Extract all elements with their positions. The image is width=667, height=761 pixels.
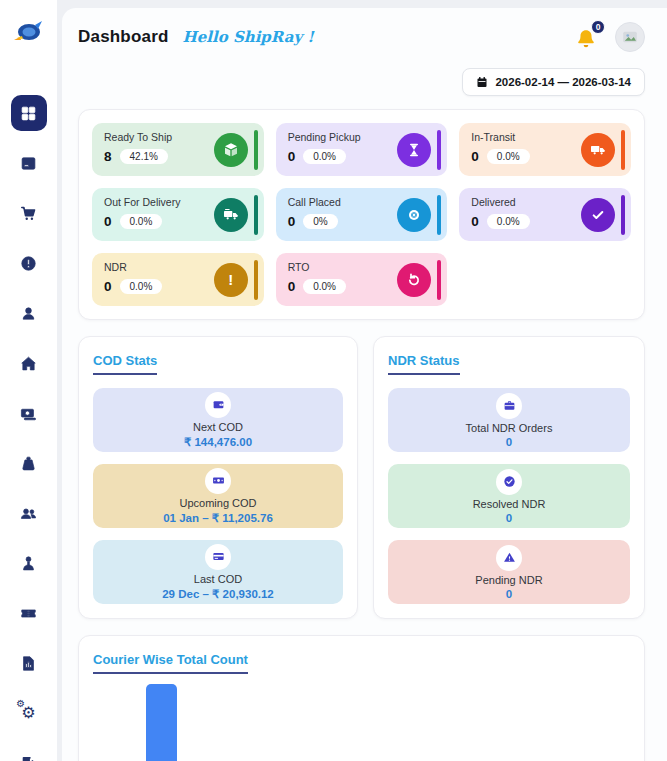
photo-icon (621, 28, 639, 46)
status-card-pending-pickup[interactable]: Pending Pickup 0 0.0% (276, 123, 448, 176)
status-value: 0 (471, 214, 479, 229)
truck-icon (581, 133, 615, 167)
status-value: 0 (104, 279, 112, 294)
accent-bar (621, 195, 625, 235)
accent-bar (437, 260, 441, 300)
pending-ndr-card[interactable]: Pending NDR 0 (388, 540, 630, 604)
user-pin-icon (20, 555, 37, 572)
sidebar-item-team[interactable] (11, 495, 47, 531)
credit-card-icon (205, 544, 231, 570)
status-percent-badge: 0.0% (303, 149, 346, 164)
chart-bar (146, 684, 177, 761)
ndr-status-heading: NDR Status (388, 353, 460, 375)
greeting-text: Hello ShipRay ! (183, 28, 314, 46)
status-card-rto[interactable]: RTO 0 0.0% (276, 253, 448, 306)
status-card-call-placed[interactable]: Call Placed 0 0% (276, 188, 448, 241)
status-card-ready-to-ship[interactable]: Ready To Ship 8 42.1% (92, 123, 264, 176)
upcoming-cod-card[interactable]: Upcoming COD 01 Jan – ₹ 11,205.76 (93, 464, 343, 528)
status-value: 0 (471, 149, 479, 164)
accent-bar (254, 195, 258, 235)
shipray-logo[interactable] (11, 13, 47, 49)
briefcase-icon (496, 393, 522, 419)
sidebar-item-cart[interactable] (11, 195, 47, 231)
ticket-icon (20, 605, 37, 622)
courier-chart-panel: Courier Wise Total Count (78, 635, 645, 761)
status-value: 8 (104, 149, 112, 164)
alert-circle-icon (20, 255, 37, 272)
status-percent-badge: 0.0% (303, 279, 346, 294)
date-range-value: 2026-02-14 — 2026-03-14 (495, 76, 631, 88)
courier-bar-chart (93, 684, 630, 761)
package-icon (214, 133, 248, 167)
warning-icon (496, 545, 522, 571)
next-cod-card[interactable]: Next COD ₹ 144,476.00 (93, 388, 343, 452)
undo-icon (397, 263, 431, 297)
cod-stats-panel: COD Stats Next COD ₹ 144,476.00 Upcoming… (78, 336, 358, 619)
home-icon (20, 355, 37, 372)
accent-bar (621, 130, 625, 170)
report-file-icon (20, 655, 37, 672)
resolved-ndr-card[interactable]: Resolved NDR 0 (388, 464, 630, 528)
status-value: 0 (288, 279, 296, 294)
cod-stats-heading: COD Stats (93, 353, 157, 375)
notification-badge: 0 (591, 20, 605, 34)
sidebar-item-tickets[interactable] (11, 595, 47, 631)
grid-icon (20, 105, 37, 122)
user-icon (20, 305, 37, 322)
cart-icon (20, 205, 37, 222)
sidebar-item-warehouse[interactable] (11, 345, 47, 381)
check-circle-icon (496, 469, 522, 495)
status-percent-badge: 0% (303, 214, 337, 229)
user-avatar[interactable] (615, 22, 645, 52)
accent-bar (437, 195, 441, 235)
status-value: 0 (104, 214, 112, 229)
status-percent-badge: 0.0% (120, 214, 163, 229)
status-percent-badge: 42.1% (120, 149, 168, 164)
sidebar-item-package-box[interactable] (11, 145, 47, 181)
accent-bar (254, 260, 258, 300)
accent-bar (254, 130, 258, 170)
exclamation-icon: ! (214, 263, 248, 297)
sidebar-nav: ⚙⚙ (11, 95, 47, 761)
status-value: 0 (288, 149, 296, 164)
gear-icon: ⚙⚙ (21, 705, 35, 721)
status-card-out-for-delivery[interactable]: Out For Delivery 0 0.0% (92, 188, 264, 241)
status-percent-badge: 0.0% (487, 214, 530, 229)
sidebar-item-customers[interactable] (11, 295, 47, 331)
check-icon (581, 198, 615, 232)
accent-bar (437, 130, 441, 170)
sidebar-item-reports[interactable] (11, 645, 47, 681)
status-card-ndr[interactable]: NDR 0 0.0% ! (92, 253, 264, 306)
cash-icon (20, 405, 37, 422)
status-percent-badge: 0.0% (487, 149, 530, 164)
main-panel: Dashboard Hello ShipRay ! 0 2026-02-14 —… (62, 8, 667, 761)
status-card-in-transit[interactable]: In-Transit 0 0.0% (459, 123, 631, 176)
sidebar-item-settings[interactable]: ⚙⚙ (11, 695, 47, 731)
package-box-icon (20, 155, 37, 172)
sidebar: ⚙⚙ (0, 0, 57, 761)
sidebar-item-weight[interactable] (11, 445, 47, 481)
hourglass-icon (397, 133, 431, 167)
sidebar-item-pickup-location[interactable] (11, 545, 47, 581)
sidebar-item-payments[interactable] (11, 395, 47, 431)
courier-chart-heading: Courier Wise Total Count (93, 652, 248, 674)
last-cod-card[interactable]: Last COD 29 Dec – ₹ 20,930.12 (93, 540, 343, 604)
total-ndr-orders-card[interactable]: Total NDR Orders 0 (388, 388, 630, 452)
weight-icon (20, 455, 37, 472)
wallet-icon (205, 392, 231, 418)
sidebar-item-logout[interactable] (11, 745, 47, 761)
status-percent-badge: 0.0% (120, 279, 163, 294)
banknote-icon (205, 468, 231, 494)
date-range-picker[interactable]: 2026-02-14 — 2026-03-14 (462, 68, 645, 96)
header: Dashboard Hello ShipRay ! 0 (78, 22, 645, 52)
calendar-icon (476, 76, 488, 88)
logout-icon (20, 755, 37, 761)
page-title: Dashboard (78, 27, 169, 47)
sidebar-item-dashboard[interactable] (11, 95, 47, 131)
delivery-truck-icon (214, 198, 248, 232)
call-x-icon (397, 198, 431, 232)
status-card-delivered[interactable]: Delivered 0 0.0% (459, 188, 631, 241)
sidebar-item-alerts[interactable] (11, 245, 47, 281)
notifications-button[interactable]: 0 (575, 24, 601, 50)
ndr-status-panel: NDR Status Total NDR Orders 0 Resolved N… (373, 336, 645, 619)
